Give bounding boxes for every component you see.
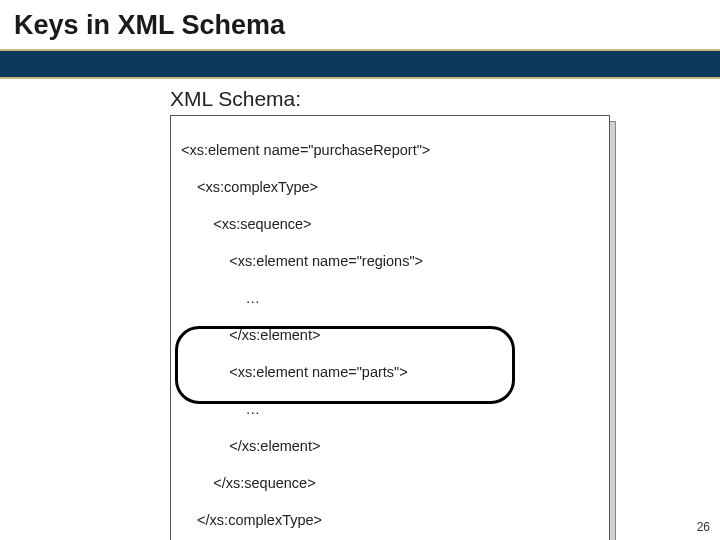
code-line: </xs:element> [181,437,599,456]
code-box: <xs:element name="purchaseReport"> <xs:c… [170,115,610,540]
title-bar: Keys in XML Schema [0,0,720,49]
code-box-wrapper: <xs:element name="purchaseReport"> <xs:c… [170,115,610,540]
code-line: … [181,400,599,419]
code-line: <xs:element name="regions"> [181,252,599,271]
code-line: … [181,289,599,308]
code-line: <xs:element name="purchaseReport"> [181,141,599,160]
page-number: 26 [697,520,710,534]
code-line: </xs:element> [181,326,599,345]
subtitle: XML Schema: [170,87,720,111]
nav-stripe [0,49,720,79]
slide-title: Keys in XML Schema [14,10,720,41]
code-line: <xs:element name="parts"> [181,363,599,382]
code-line: </xs:complexType> [181,511,599,530]
code-line: </xs:sequence> [181,474,599,493]
content-area: XML Schema: <xs:element name="purchaseRe… [0,79,720,540]
code-line: <xs:sequence> [181,215,599,234]
code-line: <xs:complexType> [181,178,599,197]
